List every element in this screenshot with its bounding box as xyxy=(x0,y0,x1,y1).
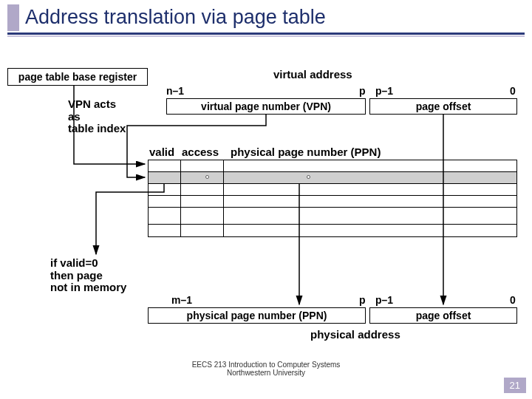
title-rule-dark xyxy=(7,33,525,35)
va-bit-n1: n–1 xyxy=(166,85,184,97)
pt-header-access: access xyxy=(182,146,219,158)
va-vpn-field: virtual page number (VPN) xyxy=(166,98,366,115)
dot-marker xyxy=(205,175,209,179)
title-accent xyxy=(7,4,19,31)
va-bit-p1: p–1 xyxy=(375,85,393,97)
virtual-address-title: virtual address xyxy=(273,68,352,81)
footer-line1: EECS 213 Introduction to Computer System… xyxy=(0,361,532,369)
dot-marker xyxy=(307,175,310,179)
pa-ppn-field: physical page number (PPN) xyxy=(148,307,366,324)
slide-title: Address translation via page table xyxy=(25,6,326,29)
footer-line2: Northwestern University xyxy=(0,369,532,377)
vpn-acts-label: VPN acts as table index xyxy=(68,98,126,135)
title-rule-light xyxy=(7,35,525,37)
slide-footer: EECS 213 Introduction to Computer System… xyxy=(0,361,532,377)
pt-header-ppn: physical page number (PPN) xyxy=(231,146,381,158)
page-table xyxy=(148,160,517,237)
pa-bit-p1: p–1 xyxy=(375,294,393,306)
va-bit-p: p xyxy=(359,85,366,97)
pt-header-valid: valid xyxy=(149,146,174,158)
va-bit-0: 0 xyxy=(510,85,516,97)
va-offset-field: page offset xyxy=(369,98,517,115)
pa-bit-0: 0 xyxy=(510,294,516,306)
page-table-base-register: page table base register xyxy=(7,68,148,86)
pa-offset-field: page offset xyxy=(369,307,517,324)
pa-bit-p: p xyxy=(359,294,366,306)
pa-bit-m1: m–1 xyxy=(171,294,192,306)
page-number: 21 xyxy=(504,378,526,393)
physical-address-title: physical address xyxy=(310,328,400,341)
if-valid-label: if valid=0 then page not in memory xyxy=(50,257,126,294)
